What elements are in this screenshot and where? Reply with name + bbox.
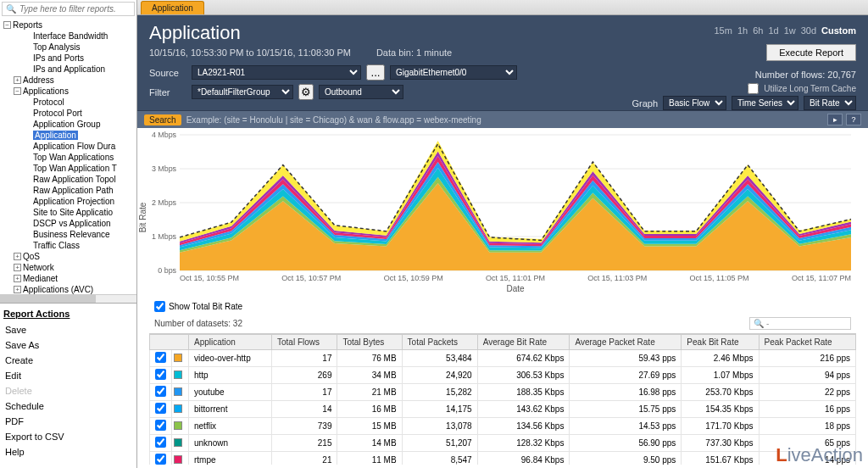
action-save[interactable]: Save bbox=[0, 322, 136, 337]
tree-item[interactable]: Top Wan Application T bbox=[24, 163, 135, 174]
preset-Custom[interactable]: Custom bbox=[821, 25, 856, 36]
tree-item[interactable]: +Medianet bbox=[14, 273, 135, 284]
preset-30d[interactable]: 30d bbox=[801, 25, 816, 36]
action-save-as[interactable]: Save As bbox=[0, 337, 136, 353]
col-header[interactable]: Peak Packet Rate bbox=[759, 335, 855, 350]
tree-item[interactable]: Top Analysis bbox=[14, 42, 135, 53]
search-icon: 🔍 bbox=[6, 4, 16, 14]
action-delete[interactable]: Delete bbox=[0, 383, 136, 398]
sidebar: 🔍 −Reports Interface BandwidthTop Analys… bbox=[0, 0, 137, 468]
row-checkbox[interactable] bbox=[155, 369, 166, 380]
tree-item[interactable]: Traffic Class bbox=[24, 240, 135, 251]
search-bar: Search Example: (site = Honolulu | site … bbox=[137, 110, 868, 128]
x-ticks: Oct 15, 10:55 PMOct 15, 10:57 PMOct 15, … bbox=[180, 272, 851, 284]
preset-15m[interactable]: 15m bbox=[714, 25, 732, 36]
row-checkbox[interactable] bbox=[155, 454, 166, 465]
row-checkbox[interactable] bbox=[155, 420, 166, 431]
search-help-button[interactable]: ? bbox=[846, 114, 861, 125]
row-checkbox[interactable] bbox=[155, 386, 166, 397]
tree-item[interactable]: DSCP vs Application bbox=[24, 218, 135, 229]
col-header[interactable]: Average Packet Rate bbox=[570, 335, 682, 350]
logo: LiveAction bbox=[776, 444, 863, 466]
search-exec-button[interactable]: ▸ bbox=[827, 114, 843, 125]
filter-config-button[interactable]: ⚙ bbox=[298, 84, 314, 100]
direction-select[interactable]: Outbound bbox=[319, 85, 403, 99]
filter-select[interactable]: *DefaultFilterGroup bbox=[192, 85, 293, 99]
time-range-text: 10/15/16, 10:53:30 PM to 10/15/16, 11:08… bbox=[149, 47, 351, 58]
color-swatch bbox=[174, 438, 182, 447]
table-row[interactable]: video-over-http1776 MB53,484 674.62 Kbps… bbox=[150, 350, 856, 367]
graph-type-select[interactable]: Basic Flow bbox=[663, 96, 726, 110]
tree-item[interactable]: Raw Application Path bbox=[24, 185, 135, 196]
tree-item[interactable]: Business Relevance bbox=[24, 229, 135, 240]
tree-applications[interactable]: −Applications bbox=[14, 86, 135, 97]
tree-item[interactable]: Protocol Port bbox=[24, 108, 135, 119]
tree-item[interactable]: IPs and Ports bbox=[14, 53, 135, 64]
tree-root[interactable]: −Reports bbox=[3, 20, 135, 31]
tree-address[interactable]: +Address bbox=[14, 75, 135, 86]
flows-value: 20,767 bbox=[827, 70, 856, 80]
tree-item[interactable]: Application bbox=[24, 130, 135, 141]
filter-reports-input[interactable] bbox=[19, 4, 131, 14]
tree-item[interactable]: IPs and Application bbox=[14, 64, 135, 75]
report-tree[interactable]: −Reports Interface BandwidthTop Analysis… bbox=[0, 18, 136, 294]
actions-title: Report Actions bbox=[3, 309, 133, 319]
search-icon: 🔍 bbox=[754, 319, 764, 328]
col-header[interactable]: Peak Bit Rate bbox=[682, 335, 759, 350]
tree-item[interactable]: Site to Site Applicatio bbox=[24, 207, 135, 218]
action-pdf[interactable]: PDF bbox=[0, 414, 136, 429]
action-schedule[interactable]: Schedule bbox=[0, 398, 136, 414]
preset-1h[interactable]: 1h bbox=[737, 25, 748, 36]
col-header[interactable]: Total Flows bbox=[271, 335, 337, 350]
table-search[interactable]: 🔍- bbox=[749, 317, 851, 330]
tab-strip: Application bbox=[137, 0, 868, 15]
tree-item[interactable]: Protocol bbox=[24, 97, 135, 108]
report-actions: Report Actions SaveSave AsCreateEditDele… bbox=[0, 303, 136, 468]
tree-item[interactable]: Raw Application Topol bbox=[24, 174, 135, 185]
preset-1w[interactable]: 1w bbox=[784, 25, 796, 36]
col-header[interactable]: Total Packets bbox=[402, 335, 477, 350]
action-edit[interactable]: Edit bbox=[0, 368, 136, 383]
col-header[interactable] bbox=[150, 335, 189, 350]
show-total-checkbox[interactable] bbox=[154, 301, 165, 312]
dataset-count: 32 bbox=[233, 319, 242, 328]
col-header[interactable]: Average Bit Rate bbox=[477, 335, 570, 350]
svg-text:2 Mbps: 2 Mbps bbox=[152, 198, 177, 207]
tree-item[interactable]: +Network bbox=[14, 262, 135, 273]
col-header[interactable]: Application bbox=[189, 335, 272, 350]
row-checkbox[interactable] bbox=[155, 403, 166, 414]
col-header[interactable]: Total Bytes bbox=[337, 335, 402, 350]
graph-display-select[interactable]: Time Series bbox=[732, 96, 798, 110]
interface-select[interactable]: GigabitEthernet0/0 bbox=[390, 65, 517, 80]
flows-label: Number of flows: bbox=[755, 70, 826, 80]
preset-6h[interactable]: 6h bbox=[753, 25, 763, 36]
action-create[interactable]: Create bbox=[0, 353, 136, 368]
tab-application[interactable]: Application bbox=[141, 1, 204, 14]
table-row[interactable]: netflix73915 MB13,078 134.56 Kbps14.53 p… bbox=[150, 418, 856, 435]
graph-metric-select[interactable]: Bit Rate bbox=[804, 96, 856, 110]
tree-item[interactable]: +Applications (AVC) bbox=[14, 284, 135, 294]
tree-hscroll[interactable] bbox=[0, 294, 136, 303]
table-row[interactable]: youtube1721 MB15,282 188.35 Kbps16.98 pp… bbox=[150, 384, 856, 401]
source-select[interactable]: LA2921-R01 bbox=[192, 65, 361, 80]
tree-item[interactable]: Application Projection bbox=[24, 196, 135, 207]
table-row[interactable]: unknown21514 MB51,207 128.32 Kbps56.90 p… bbox=[150, 435, 856, 452]
action-help[interactable]: Help bbox=[0, 444, 136, 460]
tree-item[interactable]: Application Flow Dura bbox=[24, 141, 135, 152]
source-browse-button[interactable]: ... bbox=[366, 64, 385, 81]
table-row[interactable]: bittorrent1416 MB14,175 143.62 Kbps15.75… bbox=[150, 401, 856, 418]
execute-report-button[interactable]: Execute Report bbox=[766, 44, 856, 61]
tree-item[interactable]: Application Group bbox=[24, 119, 135, 130]
table-row[interactable]: rtmpe2111 MB8,547 96.84 Kbps9.50 pps151.… bbox=[150, 452, 856, 465]
svg-text:1 Mbps: 1 Mbps bbox=[152, 232, 177, 241]
table-row[interactable]: http26934 MB24,920 306.53 Kbps27.69 pps1… bbox=[150, 367, 856, 384]
tree-item[interactable]: +QoS bbox=[14, 251, 135, 262]
row-checkbox[interactable] bbox=[155, 437, 166, 448]
graph-label: Graph bbox=[632, 98, 658, 109]
row-checkbox[interactable] bbox=[155, 352, 166, 363]
action-export-to-csv[interactable]: Export to CSV bbox=[0, 429, 136, 444]
tree-item[interactable]: Top Wan Applications bbox=[24, 152, 135, 163]
cache-checkbox[interactable] bbox=[748, 83, 759, 94]
preset-1d[interactable]: 1d bbox=[768, 25, 778, 36]
tree-item[interactable]: Interface Bandwidth bbox=[14, 31, 135, 42]
